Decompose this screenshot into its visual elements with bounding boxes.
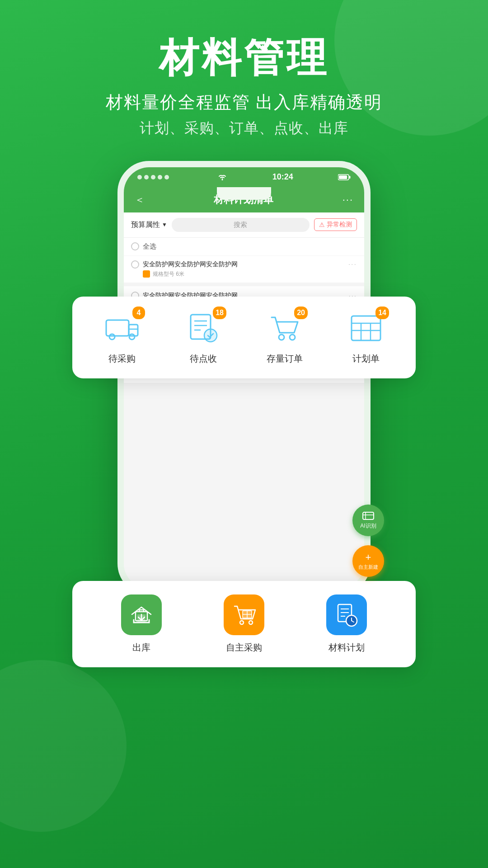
battery-icon <box>338 174 351 181</box>
budget-filter-label: 预算属性 <box>131 220 160 230</box>
svg-point-15 <box>109 334 115 340</box>
quick-item-plan[interactable]: 14 计划单 <box>346 310 386 365</box>
select-all-row[interactable]: 全选 <box>124 237 364 255</box>
grid-table-badge: 14 <box>375 307 389 319</box>
svg-rect-26 <box>352 316 380 340</box>
new-plus-icon: + <box>366 552 371 563</box>
action-label-material-plan: 材料计划 <box>328 642 365 654</box>
svg-point-25 <box>290 335 295 340</box>
filter-bar: 预算属性 ▼ 搜索 ⚠ 异常检测 <box>124 212 364 237</box>
svg-rect-13 <box>106 320 129 336</box>
header-section: 材料管理 材料量价全程监管 出入库精确透明 计划、采购、订单、点收、出库 <box>0 0 488 138</box>
quick-item-stock-order[interactable]: 20 存量订单 <box>264 310 305 365</box>
subtitle-line2: 计划、采购、订单、点收、出库 <box>0 118 488 138</box>
quick-item-pending-check[interactable]: 18 待点收 <box>183 310 224 365</box>
budget-filter-dropdown[interactable]: 预算属性 ▼ <box>131 220 167 230</box>
subtitle-line1: 材料量价全程监管 出入库精确透明 <box>0 91 488 114</box>
action-label-self-purchase: 自主采购 <box>226 642 262 654</box>
action-item-self-purchase[interactable]: 自主采购 <box>224 594 264 654</box>
bottom-action-card: 出库 自主采购 <box>72 581 416 667</box>
item1-radio[interactable] <box>131 260 139 269</box>
signal-dot-3 <box>151 175 155 179</box>
item1-sub: 规格型号 6米 <box>153 270 184 278</box>
self-purchase-icon <box>232 603 256 627</box>
svg-point-38 <box>249 621 253 624</box>
new-label: 自主新建 <box>358 564 378 570</box>
outbound-icon <box>129 603 154 627</box>
cart-icon-wrap: 20 <box>264 310 305 346</box>
wifi-icon <box>217 174 227 181</box>
status-time: 10:24 <box>272 172 293 182</box>
self-create-button[interactable]: + 自主新建 <box>352 545 384 577</box>
phone-content: 预算属性 ▼ 搜索 ⚠ 异常检测 全选 安全防护网安全防护 <box>124 212 364 589</box>
list-item-1[interactable]: 安全防护网安全防护网安全防护网 ··· 规格型号 6米 <box>124 256 364 283</box>
quick-label-stock-order: 存量订单 <box>267 353 303 365</box>
bg-circle-bottom <box>0 660 127 832</box>
phone-mockup-wrapper: 10:24 ＜ 材料计划清单 ··· 预算属性 ▼ 搜索 <box>90 161 398 681</box>
material-plan-icon-box <box>326 594 367 635</box>
svg-rect-36 <box>137 614 145 623</box>
action-item-material-plan[interactable]: 材料计划 <box>326 594 367 654</box>
nav-more-button[interactable]: ··· <box>343 194 353 206</box>
phone-notch <box>217 187 271 200</box>
quick-item-pending-purchase[interactable]: 4 待采购 <box>102 310 142 365</box>
outbound-icon-box <box>121 594 162 635</box>
truck-icon-wrap: 4 <box>102 310 142 346</box>
ai-identify-button[interactable]: AI识别 <box>352 505 384 536</box>
page-title: 材料管理 <box>0 36 488 80</box>
truck-badge: 4 <box>132 307 145 319</box>
warning-icon: ⚠ <box>319 221 325 228</box>
anomaly-detect-button[interactable]: ⚠ 异常检测 <box>314 218 357 231</box>
signal-dot-2 <box>144 175 149 179</box>
svg-rect-2 <box>349 176 350 179</box>
signal-dot-5 <box>164 175 169 179</box>
ai-label: AI识别 <box>360 522 376 530</box>
quick-label-pending-check: 待点收 <box>190 353 217 365</box>
status-bar: 10:24 <box>124 167 364 187</box>
svg-point-24 <box>279 335 284 340</box>
grid-table-icon-wrap: 14 <box>346 310 386 346</box>
svg-point-16 <box>129 334 135 340</box>
svg-point-0 <box>222 179 223 180</box>
action-item-outbound[interactable]: 出库 <box>121 594 162 654</box>
self-purchase-icon-box <box>224 594 264 635</box>
doc-check-icon-wrap: 18 <box>183 310 224 346</box>
item1-title: 安全防护网安全防护网安全防护网 <box>143 260 238 269</box>
ai-icon <box>362 510 375 521</box>
svg-rect-31 <box>363 512 374 519</box>
select-all-radio[interactable] <box>131 242 139 250</box>
material-plan-icon <box>334 603 359 627</box>
signal-dots <box>137 175 169 179</box>
quick-access-card: 4 待采购 18 待点收 <box>72 297 416 378</box>
signal-dot-1 <box>137 175 142 179</box>
cart-badge: 20 <box>294 307 308 319</box>
search-input[interactable]: 搜索 <box>172 218 310 232</box>
signal-dot-4 <box>158 175 162 179</box>
select-all-label: 全选 <box>143 242 156 251</box>
svg-rect-3 <box>339 175 347 179</box>
nav-back-button[interactable]: ＜ <box>135 193 145 207</box>
doc-check-badge: 18 <box>213 307 226 319</box>
dropdown-chevron-icon: ▼ <box>162 222 167 228</box>
quick-label-pending-purchase: 待采购 <box>108 353 136 365</box>
action-label-outbound: 出库 <box>132 642 150 654</box>
quick-label-plan: 计划单 <box>352 353 380 365</box>
svg-point-37 <box>240 621 244 624</box>
item1-more-icon[interactable]: ··· <box>348 260 357 269</box>
item1-badge <box>143 270 150 278</box>
